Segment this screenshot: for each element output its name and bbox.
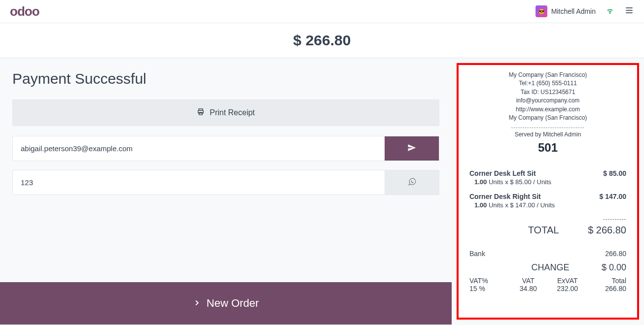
email-row [12, 136, 439, 161]
whatsapp-icon [408, 177, 417, 188]
th-exvat: ExVAT [548, 277, 587, 285]
receipt-line: Corner Desk Right Sit $ 147.00 1.00 Unit… [469, 193, 626, 209]
td-vat: 34.80 [509, 285, 548, 292]
receipt-served-by: Served by Mitchell Admin [469, 131, 626, 138]
line-unit: Units x $ 85.00 / Units [489, 178, 551, 186]
topbar-right: 😎 Mitchell Admin [536, 5, 634, 17]
main-area: Payment Successful Print Receipt [0, 58, 644, 325]
td-total: 266.80 [587, 285, 627, 292]
line-qty: 1.00 [474, 201, 487, 209]
payment-amount: 266.80 [605, 250, 626, 258]
avatar: 😎 [536, 5, 547, 17]
th-vatpct: VAT% [469, 277, 509, 285]
print-receipt-button[interactable]: Print Receipt [12, 99, 439, 126]
receipt-header: My Company (San Francisco) Tel:+1 (650) … [469, 71, 626, 122]
logo[interactable]: odoo [10, 4, 39, 19]
receipt-order-number: 501 [469, 141, 626, 155]
wifi-icon[interactable] [606, 6, 614, 17]
line-price: $ 85.00 [603, 169, 626, 177]
send-whatsapp-button[interactable] [385, 170, 439, 195]
receipt-tax-head: VAT% VAT ExVAT Total [469, 277, 626, 285]
th-vat: VAT [509, 277, 548, 285]
payment-method: Bank [469, 250, 485, 258]
receipt: My Company (San Francisco) Tel:+1 (650) … [457, 63, 639, 320]
receipt-company2: My Company (San Francisco) [469, 114, 626, 122]
receipt-divider: -------------------------------- [469, 124, 626, 130]
receipt-total: TOTAL $ 266.80 [469, 222, 626, 250]
send-email-button[interactable] [385, 136, 439, 161]
line-price: $ 147.00 [600, 193, 627, 200]
change-value: $ 0.00 [602, 262, 626, 273]
right-panel: My Company (San Francisco) Tel:+1 (650) … [452, 58, 644, 325]
receipt-email: info@yourcompany.com [469, 97, 626, 105]
receipt-change: CHANGE $ 0.00 [469, 262, 626, 273]
td-exvat: 232.00 [548, 285, 587, 292]
printer-icon [197, 108, 205, 118]
line-name: Corner Desk Left Sit [469, 169, 536, 177]
total-value: $ 266.80 [588, 225, 626, 236]
chevron-right-icon [193, 297, 201, 310]
th-total: Total [587, 277, 627, 285]
user-name-label: Mitchell Admin [551, 7, 596, 15]
phone-row [12, 170, 439, 195]
receipt-tel: Tel:+1 (650) 555-0111 [469, 79, 626, 88]
receipt-taxid: Tax ID: US12345671 [469, 88, 626, 97]
hamburger-icon[interactable] [624, 5, 634, 17]
receipt-company: My Company (San Francisco) [469, 71, 626, 79]
page-title: Payment Successful [12, 70, 439, 87]
new-order-label: New Order [207, 297, 259, 310]
line-name: Corner Desk Right Sit [469, 193, 541, 200]
change-label: CHANGE [469, 262, 602, 273]
left-panel: Payment Successful Print Receipt [0, 58, 452, 325]
email-input[interactable] [13, 136, 385, 161]
top-bar: odoo 😎 Mitchell Admin [0, 0, 644, 23]
send-icon [407, 143, 416, 154]
user-menu[interactable]: 😎 Mitchell Admin [536, 5, 596, 17]
print-label: Print Receipt [210, 108, 255, 117]
receipt-line: Corner Desk Left Sit $ 85.00 1.00 Units … [469, 169, 626, 186]
receipt-website: http://www.example.com [469, 105, 626, 114]
td-vatpct: 15 % [469, 285, 509, 292]
total-label: TOTAL [469, 225, 588, 236]
receipt-payment: Bank 266.80 [469, 250, 626, 258]
receipt-tax-row: 15 % 34.80 232.00 266.80 [469, 285, 626, 292]
line-unit: Units x $ 147.00 / Units [489, 201, 555, 209]
receipt-sep: ---------- [469, 216, 626, 222]
line-qty: 1.00 [474, 178, 487, 186]
order-total: $ 266.80 [0, 23, 644, 58]
new-order-button[interactable]: New Order [0, 282, 452, 325]
svg-point-0 [609, 13, 610, 14]
phone-input[interactable] [13, 170, 385, 195]
